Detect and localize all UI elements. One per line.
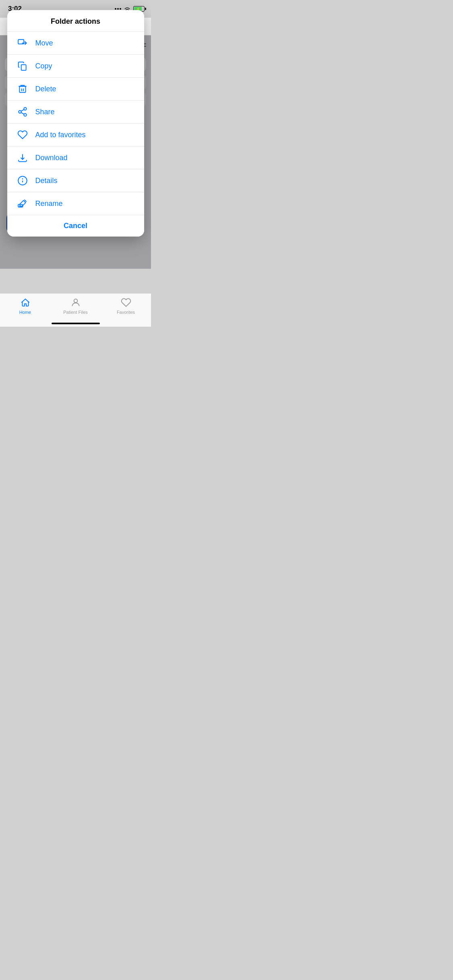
download-label: Download — [35, 154, 68, 162]
share-label: Share — [35, 108, 55, 116]
rename-icon: ABC — [17, 198, 28, 209]
rename-action[interactable]: ABC Rename — [7, 192, 144, 215]
modal-title: Folder actions — [7, 10, 144, 32]
favorites-label: Favorites — [117, 310, 135, 315]
details-action[interactable]: Details — [7, 169, 144, 192]
delete-action[interactable]: Delete — [7, 78, 144, 101]
copy-label: Copy — [35, 62, 52, 70]
home-indicator — [52, 323, 100, 324]
svg-point-10 — [24, 113, 27, 116]
favorites-label: Add to favorites — [35, 131, 86, 139]
tab-home[interactable]: Home — [0, 297, 50, 315]
home-icon — [20, 297, 31, 308]
share-action[interactable]: Share — [7, 101, 144, 124]
download-icon — [17, 152, 28, 163]
move-action[interactable]: Move — [7, 32, 144, 55]
svg-line-11 — [21, 113, 24, 114]
svg-point-9 — [19, 111, 21, 113]
home-label: Home — [19, 310, 31, 315]
move-label: Move — [35, 39, 53, 47]
favorites-action[interactable]: Add to favorites — [7, 124, 144, 146]
delete-icon — [17, 83, 28, 95]
info-icon — [17, 175, 28, 186]
download-action[interactable]: Download — [7, 146, 144, 169]
svg-rect-4 — [21, 65, 26, 70]
copy-action[interactable]: Copy — [7, 55, 144, 78]
svg-point-23 — [74, 299, 77, 303]
rename-label: Rename — [35, 200, 63, 208]
patient-files-icon — [70, 297, 81, 308]
signal-icon — [115, 8, 121, 10]
svg-line-12 — [21, 109, 24, 111]
bottom-nav: Home Patient Files Favorites — [0, 293, 151, 327]
move-icon — [17, 37, 28, 49]
svg-rect-5 — [19, 86, 25, 93]
tab-favorites[interactable]: Favorites — [101, 297, 151, 315]
details-label: Details — [35, 177, 58, 185]
delete-label: Delete — [35, 85, 56, 93]
folder-actions-modal: Folder actions Move Copy — [7, 10, 144, 237]
patient-files-label: Patient Files — [63, 310, 88, 315]
tab-patient-files[interactable]: Patient Files — [50, 297, 101, 315]
share-icon — [17, 106, 28, 117]
favorites-icon — [120, 297, 132, 308]
copy-icon — [17, 60, 28, 72]
svg-point-8 — [24, 107, 27, 110]
cancel-button[interactable]: Cancel — [7, 215, 144, 237]
heart-icon — [17, 129, 28, 140]
